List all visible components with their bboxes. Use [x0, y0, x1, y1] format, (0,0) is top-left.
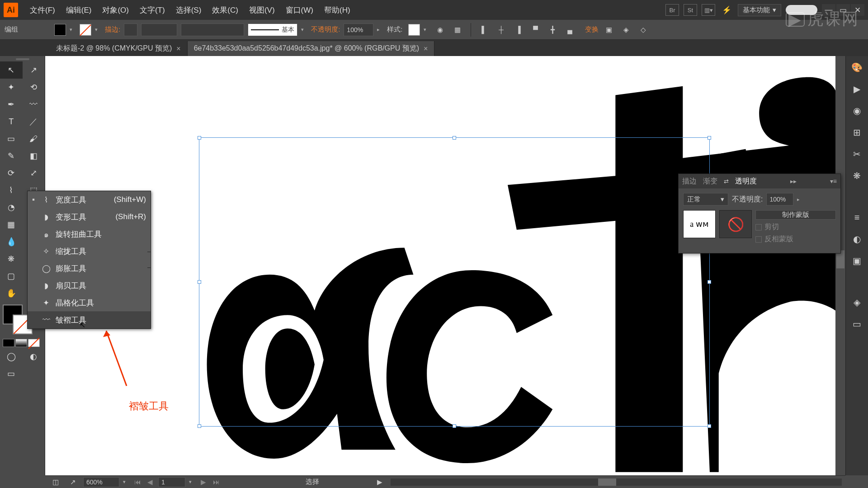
gradient-mode[interactable]	[15, 339, 27, 347]
pen-tool[interactable]: ✒	[0, 96, 23, 113]
resize-handle[interactable]	[453, 136, 456, 140]
next-artboard-button[interactable]: ▶	[199, 478, 208, 487]
flyout-pucker-tool[interactable]: ✧ 缩拢工具	[28, 243, 151, 260]
swatches-panel-icon[interactable]: ▶	[849, 81, 865, 97]
edit-contents-icon[interactable]: ◇	[637, 23, 650, 36]
opacity-label[interactable]: 不透明度:	[311, 25, 340, 34]
opacity-input[interactable]	[344, 23, 373, 36]
graphic-styles-panel-icon[interactable]: ▣	[849, 253, 865, 268]
type-tool[interactable]: T	[0, 113, 23, 130]
resize-handle[interactable]	[708, 424, 711, 428]
color-mode[interactable]	[3, 339, 14, 347]
panel-opacity-input[interactable]	[766, 193, 793, 206]
document-tab-1[interactable]: 未标题-2 @ 98% (CMYK/GPU 预览) ×	[50, 41, 188, 56]
panel-tab-transparency[interactable]: 透明度	[735, 177, 757, 186]
brushes-panel-icon[interactable]: ◉	[849, 103, 865, 118]
magic-wand-tool[interactable]: ✦	[0, 79, 23, 96]
draw-normal[interactable]: ◯	[0, 348, 23, 365]
stock-icon[interactable]: St	[684, 4, 697, 16]
appearance-panel-icon[interactable]: ◐	[849, 231, 865, 247]
isolate-icon[interactable]: ▣	[602, 23, 616, 36]
document-tab-2[interactable]: 6e74b33e53d0aa5d5256b47d49dc53a.jpg* @ 6…	[188, 41, 435, 56]
align-hcenter-icon[interactable]: ┼	[495, 23, 508, 36]
last-artboard-button[interactable]: ⏭	[212, 478, 221, 487]
blend-mode-dropdown[interactable]: 正常 ▾	[683, 193, 728, 206]
resize-handle[interactable]	[198, 424, 201, 428]
clip-checkbox[interactable]	[755, 224, 762, 230]
horizontal-scrollbar[interactable]	[391, 479, 842, 486]
align-vcenter-icon[interactable]: ╋	[546, 23, 560, 36]
curvature-tool[interactable]: 〰	[23, 96, 45, 113]
align-top-icon[interactable]: ▀	[529, 23, 542, 36]
stroke-label[interactable]: 描边:	[105, 25, 120, 34]
status-view-icon[interactable]: ◫	[49, 476, 62, 488]
menu-effect[interactable]: 效果(C)	[207, 5, 244, 15]
flyout-crystallize-tool[interactable]: ✦ 晶格化工具	[28, 294, 151, 311]
menu-view[interactable]: 视图(V)	[244, 5, 280, 15]
menu-object[interactable]: 对象(O)	[97, 5, 134, 15]
color-panel-icon[interactable]: 🎨	[849, 60, 865, 75]
gpu-icon[interactable]: ⚡	[720, 4, 733, 16]
direct-selection-tool[interactable]: ↗	[23, 61, 45, 79]
resize-handle[interactable]	[198, 136, 201, 140]
canvas-area[interactable]: 褶皱工具	[45, 56, 845, 475]
close-icon[interactable]: ×	[176, 45, 180, 53]
align-left-icon[interactable]: ▌	[477, 23, 491, 36]
menu-file[interactable]: 文件(F)	[24, 5, 61, 15]
width-tool[interactable]: ⌇	[0, 182, 23, 199]
draw-behind[interactable]: ◐	[23, 348, 45, 365]
resize-handle[interactable]	[708, 136, 711, 140]
scale-tool[interactable]: ⤢	[23, 164, 45, 182]
opacity-thumbnail[interactable]: a ᴡᴍ	[683, 210, 716, 238]
layers-panel-icon[interactable]: ◈	[849, 295, 865, 310]
chevron-down-icon[interactable]: ▾	[301, 27, 307, 33]
status-arrow-icon[interactable]: ▶	[377, 478, 382, 486]
flyout-scallop-tool[interactable]: ◗ 扇贝工具	[28, 277, 151, 294]
menu-select[interactable]: 选择(S)	[170, 5, 207, 15]
screen-mode[interactable]: ▭	[0, 365, 23, 382]
edit-clip-icon[interactable]: ◈	[619, 23, 633, 36]
mesh-tool[interactable]: ▦	[0, 216, 23, 233]
bridge-icon[interactable]: Br	[665, 4, 679, 16]
stroke-panel-icon[interactable]: ✂	[849, 146, 865, 162]
panel-tab-gradient[interactable]: 渐变	[703, 177, 717, 186]
panel-grip[interactable]	[0, 57, 45, 61]
artboards-panel-icon[interactable]: ▭	[849, 316, 865, 332]
workspace-dropdown[interactable]: 基本功能 ▾	[738, 4, 781, 16]
resize-handle[interactable]	[453, 424, 456, 428]
rotate-tool[interactable]: ⟳	[0, 164, 23, 182]
artboard-nav-input[interactable]	[158, 477, 185, 487]
arrange-docs-icon[interactable]: ▥▾	[702, 4, 715, 16]
flyout-twirl-tool[interactable]: ๑ 旋转扭曲工具	[28, 225, 151, 243]
chevron-down-icon[interactable]: ▾	[95, 27, 101, 33]
lasso-tool[interactable]: ⟲	[23, 79, 45, 96]
symbol-sprayer-tool[interactable]: ❋	[0, 250, 23, 267]
scrollbar-thumb[interactable]	[598, 479, 616, 486]
first-artboard-button[interactable]: ⏮	[133, 478, 142, 487]
chevron-down-icon[interactable]: ▾	[70, 27, 76, 33]
chevron-down-icon[interactable]: ▾	[424, 27, 430, 33]
chevron-down-icon[interactable]: ▾	[189, 479, 195, 485]
vsp-dropdown[interactable]	[141, 23, 177, 36]
stroke-weight-input[interactable]	[124, 23, 137, 36]
recolor-icon[interactable]: ◉	[434, 23, 447, 36]
style-swatch[interactable]	[408, 24, 420, 36]
flyout-tearoff-handle[interactable]	[147, 252, 151, 268]
zoom-input[interactable]	[83, 477, 119, 487]
selection-tool[interactable]: ↖	[0, 61, 23, 79]
selection-bounding-box[interactable]	[199, 137, 710, 427]
mask-thumbnail[interactable]: 🚫	[719, 210, 752, 238]
flyout-wrinkle-tool[interactable]: 〰 皱褶工具	[28, 311, 151, 328]
menu-help[interactable]: 帮助(H)	[319, 5, 356, 15]
prev-artboard-button[interactable]: ◀	[146, 478, 155, 487]
chevron-down-icon[interactable]: ▾	[123, 479, 129, 485]
resize-handle[interactable]	[708, 280, 711, 284]
make-mask-button[interactable]: 制作蒙版	[755, 210, 836, 220]
transparency-panel-icon[interactable]: ≡	[849, 210, 865, 225]
artboard-tool[interactable]: ▢	[0, 267, 23, 285]
align-panel-icon[interactable]: ▦	[451, 23, 464, 36]
close-icon[interactable]: ×	[424, 45, 428, 53]
paintbrush-tool[interactable]: 🖌	[23, 130, 45, 147]
chevron-right-icon[interactable]: ▸	[797, 197, 803, 202]
flyout-bloat-tool[interactable]: ◯ 膨胀工具	[28, 260, 151, 277]
